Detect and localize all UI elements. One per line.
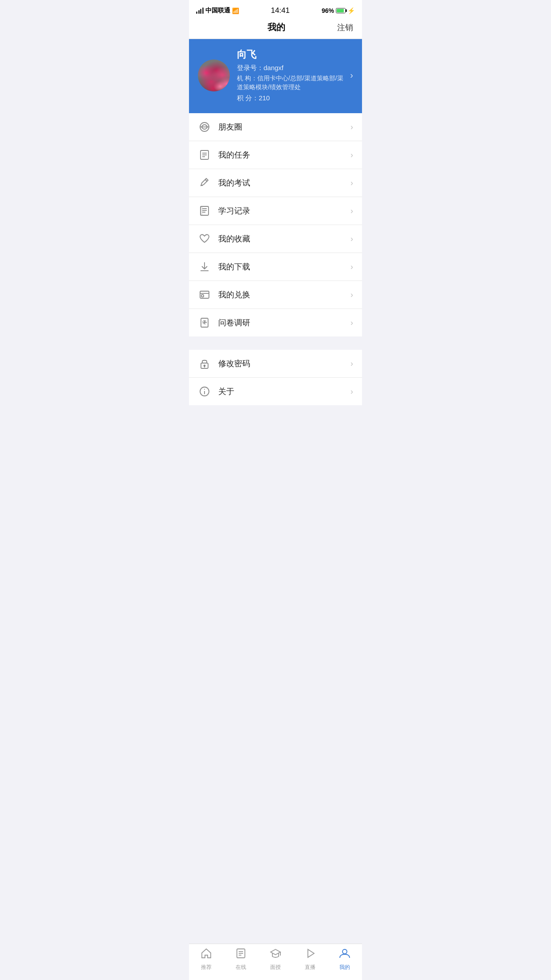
chevron-right-icon: › xyxy=(350,150,353,160)
profile-login: 登录号：dangxf xyxy=(237,64,346,72)
svg-line-6 xyxy=(205,179,207,182)
profile-org: 机 构：信用卡中心/总部/渠道策略部/渠道策略模块/绩效管理处 xyxy=(237,74,346,91)
time-display: 14:41 xyxy=(271,6,290,15)
chevron-right-icon: › xyxy=(350,178,353,188)
download-icon xyxy=(198,260,211,273)
chevron-right-icon: › xyxy=(350,318,353,328)
chevron-right-icon: › xyxy=(350,206,353,216)
study-icon xyxy=(198,204,211,217)
section-divider xyxy=(189,341,362,345)
nav-bar: 我的 注销 xyxy=(189,18,362,39)
main-menu-section: 朋友圈 › 我的任务 › xyxy=(189,113,362,336)
menu-item-tasks[interactable]: 我的任务 › xyxy=(189,141,362,169)
svg-rect-17 xyxy=(201,295,204,297)
status-bar: 中国联通 📶 14:41 96% ⚡ xyxy=(189,0,362,18)
menu-label-favorites: 我的收藏 xyxy=(218,233,350,244)
profile-header[interactable]: 向飞 登录号：dangxf 机 构：信用卡中心/总部/渠道策略部/渠道策略模块/… xyxy=(189,39,362,113)
wifi-icon: 📶 xyxy=(232,8,239,14)
exchange-icon xyxy=(198,288,211,301)
secondary-menu-section: 修改密码 › 关于 › xyxy=(189,350,362,405)
menu-item-favorites[interactable]: 我的收藏 › xyxy=(189,225,362,253)
svg-rect-12 xyxy=(201,206,202,215)
svg-point-27 xyxy=(204,389,205,390)
profile-points: 积 分：210 xyxy=(237,94,346,103)
chevron-right-icon: › xyxy=(350,290,353,300)
page-title: 我的 xyxy=(216,21,337,33)
heart-icon xyxy=(198,232,211,245)
menu-label-password: 修改密码 xyxy=(218,358,350,369)
menu-label-about: 关于 xyxy=(218,386,350,397)
info-icon xyxy=(198,385,211,398)
menu-item-survey[interactable]: 问卷调研 › xyxy=(189,309,362,336)
menu-item-exchange[interactable]: 我的兑换 › xyxy=(189,281,362,309)
lens-icon xyxy=(198,120,211,134)
survey-icon xyxy=(198,316,211,329)
menu-label-friends: 朋友圈 xyxy=(218,122,350,132)
menu-item-downloads[interactable]: 我的下载 › xyxy=(189,253,362,281)
charging-icon: ⚡ xyxy=(347,7,355,14)
menu-item-password[interactable]: 修改密码 › xyxy=(189,350,362,378)
status-right: 96% ⚡ xyxy=(322,7,355,14)
battery-percent: 96% xyxy=(322,7,334,14)
profile-info: 向飞 登录号：dangxf 机 构：信用卡中心/总部/渠道策略部/渠道策略模块/… xyxy=(237,48,346,103)
chevron-right-icon: › xyxy=(350,262,353,272)
menu-label-study: 学习记录 xyxy=(218,205,350,216)
menu-item-exam[interactable]: 我的考试 › xyxy=(189,169,362,197)
signal-icon xyxy=(196,8,204,14)
menu-item-about[interactable]: 关于 › xyxy=(189,378,362,405)
chevron-right-icon: › xyxy=(350,122,353,132)
menu-label-downloads: 我的下载 xyxy=(218,261,350,272)
menu-item-study[interactable]: 学习记录 › xyxy=(189,197,362,225)
task-icon xyxy=(198,148,211,162)
chevron-right-icon: › xyxy=(350,387,353,396)
menu-label-exam: 我的考试 xyxy=(218,178,350,188)
edit-icon xyxy=(198,176,211,190)
lock-icon xyxy=(198,357,211,370)
status-left: 中国联通 📶 xyxy=(196,7,239,15)
logout-button[interactable]: 注销 xyxy=(337,22,353,33)
menu-label-survey: 问卷调研 xyxy=(218,317,350,328)
chevron-right-icon: › xyxy=(350,234,353,244)
profile-arrow-icon: › xyxy=(346,70,353,80)
menu-label-exchange: 我的兑换 xyxy=(218,289,350,300)
menu-label-tasks: 我的任务 xyxy=(218,150,350,160)
battery-icon xyxy=(336,8,346,13)
carrier-label: 中国联通 xyxy=(205,7,230,15)
profile-name: 向飞 xyxy=(237,48,346,61)
chevron-right-icon: › xyxy=(350,359,353,368)
avatar xyxy=(198,59,230,91)
svg-point-23 xyxy=(204,365,205,367)
menu-item-friends[interactable]: 朋友圈 › xyxy=(189,113,362,141)
